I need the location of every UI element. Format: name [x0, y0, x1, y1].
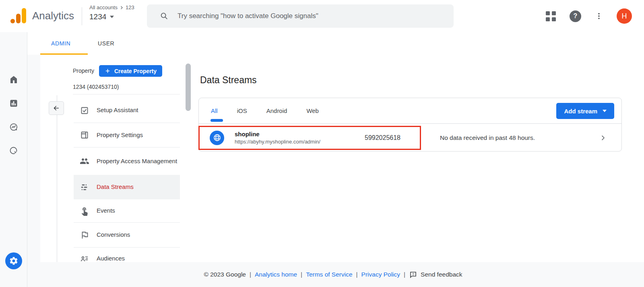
menu-item-property-settings[interactable]: Property Settings — [74, 123, 180, 147]
menu-item-conversions[interactable]: Conversions — [74, 222, 180, 247]
logo-bar-short — [16, 14, 21, 23]
events-icon — [80, 206, 89, 216]
search-bar — [147, 4, 454, 28]
help-icon[interactable]: ? — [570, 10, 581, 22]
tab-user[interactable]: USER — [98, 32, 114, 55]
tab-admin[interactable]: ADMIN — [51, 32, 70, 55]
tab-android[interactable]: Android — [266, 107, 287, 114]
stream-row-shopline[interactable]: shopline https://abyhy.myshopline.com/ad… — [199, 124, 621, 152]
header-divider — [82, 7, 82, 25]
link-analytics-home[interactable]: Analytics home — [255, 271, 297, 278]
menu-item-property-access-management[interactable]: Property Access Management — [74, 147, 180, 175]
search-input[interactable] — [178, 12, 454, 20]
menu-item-label: Events — [97, 207, 115, 215]
home-icon[interactable] — [0, 70, 27, 89]
caret-down-icon — [110, 16, 114, 18]
logo-dot — [10, 19, 15, 23]
apps-grid-icon[interactable] — [546, 11, 556, 21]
explore-icon[interactable] — [0, 117, 27, 137]
account-picker-area: All accounts 123 1234 — [89, 4, 134, 21]
property-section-label: Property — [73, 68, 94, 74]
create-property-button[interactable]: Create Property — [99, 65, 162, 77]
breadcrumb-account[interactable]: 123 — [126, 4, 134, 10]
chevron-right-icon — [119, 5, 124, 10]
setup-assistant-icon — [80, 106, 89, 115]
link-privacy-policy[interactable]: Privacy Policy — [361, 271, 400, 278]
footer-separator: | — [404, 271, 405, 278]
analytics-logo[interactable]: Analytics — [10, 7, 74, 24]
add-stream-button[interactable]: Add stream — [556, 103, 614, 119]
stream-name: shopline — [235, 131, 320, 137]
product-name: Analytics — [32, 10, 74, 22]
conversions-icon — [80, 230, 89, 240]
footer-separator: | — [250, 271, 251, 278]
link-terms-of-service[interactable]: Terms of Service — [306, 271, 352, 278]
menu-item-setup-assistant[interactable]: Setup Assistant — [74, 98, 180, 123]
admin-workspace: Property Create Property 1234 (402453710… — [27, 55, 644, 262]
column-divider — [57, 95, 57, 262]
property-selector[interactable]: 1234 — [89, 12, 134, 21]
tab-ios[interactable]: iOS — [237, 107, 247, 114]
arrow-left-icon — [52, 104, 60, 112]
avatar[interactable]: H — [617, 8, 632, 24]
admin-user-tabbar: ADMIN USER — [27, 32, 644, 55]
property-settings-icon — [80, 130, 89, 140]
menu-scrollbar-thumb[interactable] — [186, 64, 191, 111]
menu-item-label: Setup Assistant — [97, 107, 138, 114]
copyright-text: © 2023 Google — [204, 271, 246, 278]
google-analytics-admin-screen: Analytics All accounts 123 1234 ? — [0, 0, 644, 287]
menu-item-label: Data Streams — [97, 183, 134, 191]
tab-web[interactable]: Web — [306, 107, 319, 114]
menu-item-label: Conversions — [97, 231, 130, 239]
stream-url: https://abyhy.myshopline.com/admin/ — [235, 139, 320, 145]
tab-all[interactable]: All — [211, 107, 218, 114]
more-options-icon[interactable] — [595, 12, 603, 20]
search-icon — [160, 12, 169, 20]
footer-separator: | — [356, 271, 358, 278]
menu-item-label: Audiences — [97, 255, 125, 262]
web-stream-globe-icon — [210, 131, 224, 145]
header-actions: ? H — [546, 0, 632, 32]
chevron-right-icon — [599, 134, 607, 142]
menu-item-label: Property Settings — [97, 131, 143, 139]
menu-item-data-streams[interactable]: Data Streams — [74, 175, 180, 199]
menu-item-events[interactable]: Events — [74, 199, 180, 222]
data-streams-icon — [80, 182, 89, 192]
help-glyph: ? — [574, 12, 578, 20]
send-feedback-label: Send feedback — [421, 271, 462, 278]
feedback-icon — [409, 271, 417, 279]
breadcrumb: All accounts 123 — [89, 4, 134, 10]
stream-id: 5992025618 — [365, 134, 400, 141]
page-footer: © 2023 Google | Analytics home | Terms o… — [0, 262, 644, 287]
admin-panel: Property Create Property 1234 (402453710… — [40, 55, 644, 262]
footer-separator: | — [301, 271, 302, 278]
property-access-icon — [80, 156, 89, 166]
analytics-logo-icon — [10, 7, 27, 24]
filter-tab-indicator — [211, 119, 223, 122]
collapse-back-button[interactable] — [49, 101, 64, 115]
stream-identity: shopline https://abyhy.myshopline.com/ad… — [235, 131, 320, 145]
create-property-label: Create Property — [114, 68, 157, 74]
app-header: Analytics All accounts 123 1234 ? — [0, 0, 644, 32]
add-stream-label: Add stream — [564, 108, 597, 115]
property-selector-label: 1234 — [89, 12, 106, 21]
stream-status: No data received in past 48 hours. — [440, 134, 535, 141]
reports-icon[interactable] — [0, 94, 27, 113]
avatar-initial: H — [622, 12, 627, 20]
advertising-icon[interactable] — [0, 141, 27, 160]
property-divider — [73, 94, 180, 94]
stream-filter-tabs: All iOS Android Web Add stream — [199, 98, 621, 124]
menu-item-label: Property Access Management — [97, 158, 177, 165]
property-menu: Setup Assistant Property Settings Proper… — [74, 98, 180, 262]
menu-item-audiences[interactable]: Audiences — [74, 247, 180, 262]
data-streams-card: All iOS Android Web Add stream shop — [198, 98, 622, 152]
caret-down-icon — [603, 110, 607, 112]
breadcrumb-all-accounts[interactable]: All accounts — [89, 4, 118, 10]
selected-property-name: 1234 (402453710) — [73, 84, 119, 90]
logo-bar-tall — [22, 8, 26, 23]
send-feedback-button[interactable]: Send feedback — [409, 271, 462, 279]
left-nav-rail — [0, 32, 27, 287]
admin-gear-icon[interactable] — [5, 252, 22, 269]
audiences-icon — [80, 254, 89, 262]
page-title: Data Streams — [200, 75, 257, 86]
